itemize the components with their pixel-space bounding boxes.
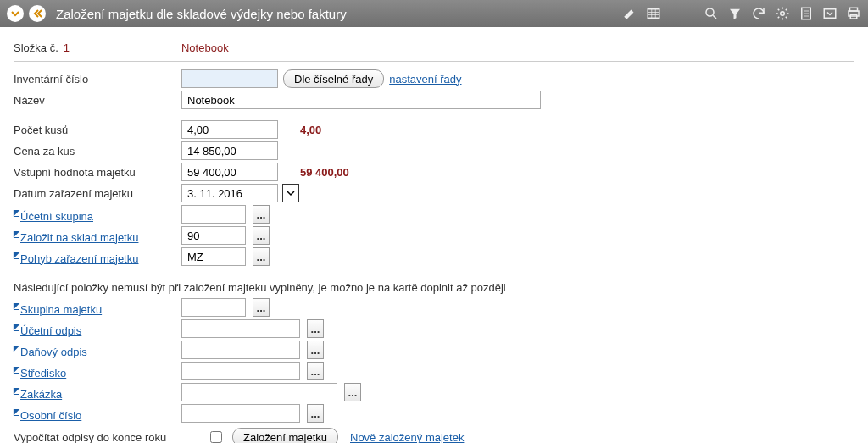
asset-group-link[interactable]: ◤Skupina majetku [14, 303, 102, 316]
create-asset-button[interactable]: Založení majetku [232, 428, 338, 443]
acct-dep-input[interactable] [181, 319, 300, 338]
acct-group-lookup-button[interactable]: ... [253, 205, 270, 224]
acct-dep-link[interactable]: ◤Účetní odpis [14, 324, 81, 337]
title-bar: Založení majetku dle skladové výdejky ne… [0, 0, 868, 27]
folder-row: Složka č. 1 Notebook [14, 37, 854, 58]
calc-label: Vypočítat odpisy do konce roku [14, 431, 210, 444]
stock-link[interactable]: ◤Založit na sklad majetku [14, 231, 138, 244]
qty-input[interactable] [181, 120, 278, 139]
tax-dep-lookup-button[interactable]: ... [307, 341, 324, 359]
person-input[interactable] [181, 404, 300, 423]
calc-checkbox[interactable] [210, 431, 222, 443]
center-input[interactable] [181, 362, 300, 380]
move-link[interactable]: ◤Pohyb zařazení majetku [14, 252, 138, 265]
acct-group-link[interactable]: ◤Účetní skupina [14, 210, 93, 223]
inval-label: Vstupní hodnota majetku [14, 166, 181, 179]
price-label: Cena za kus [14, 145, 181, 158]
back-button[interactable] [29, 5, 46, 22]
svg-rect-0 [648, 9, 659, 19]
header-left: Založení majetku dle skladové výdejky ne… [7, 5, 347, 22]
center-lookup-button[interactable]: ... [307, 362, 324, 380]
note-text: Následující položky nemusí být při založ… [14, 281, 854, 294]
collapse-button[interactable] [7, 5, 24, 22]
inval-annotation: 59 400,00 [300, 166, 349, 179]
svg-rect-4 [824, 9, 836, 19]
form-content: Složka č. 1 Notebook Inventární číslo Dl… [0, 27, 868, 443]
window-title: Založení majetku dle skladové výdejky ne… [56, 7, 347, 21]
svg-point-1 [706, 8, 714, 16]
price-input[interactable] [181, 141, 278, 160]
center-link[interactable]: ◤Středisko [14, 367, 66, 379]
svg-point-2 [781, 12, 785, 16]
tax-dep-input[interactable] [181, 341, 300, 359]
separator [14, 61, 854, 62]
asset-group-input[interactable] [181, 298, 246, 317]
stock-input[interactable] [181, 226, 246, 245]
qty-annotation: 4,00 [300, 124, 321, 136]
new-asset-link[interactable]: Nově založený majetek [350, 431, 464, 444]
asset-group-lookup-button[interactable]: ... [253, 298, 270, 317]
print-icon[interactable] [846, 6, 861, 21]
folder-label: Složka č. [14, 42, 58, 54]
person-lookup-button[interactable]: ... [307, 404, 324, 423]
date-input[interactable] [181, 184, 278, 202]
settings-icon[interactable] [775, 6, 790, 21]
inval-input[interactable] [181, 163, 278, 181]
document-icon[interactable] [798, 6, 814, 21]
order-link[interactable]: ◤Zakázka [14, 388, 62, 401]
move-input[interactable] [181, 247, 246, 266]
move-lookup-button[interactable]: ... [253, 247, 270, 266]
order-lookup-button[interactable]: ... [344, 383, 361, 401]
name-label: Název [14, 94, 181, 107]
person-link[interactable]: ◤Osobní číslo [14, 409, 81, 422]
series-button[interactable]: Dle číselné řady [283, 69, 384, 88]
folder-name: Notebook [181, 42, 229, 54]
folder-number: 1 [64, 42, 70, 54]
search-icon[interactable] [704, 6, 719, 21]
refresh-icon[interactable] [751, 6, 766, 21]
edit-icon[interactable] [622, 6, 637, 21]
filter-icon[interactable] [727, 6, 743, 21]
date-label: Datum zařazení majetku [14, 187, 181, 200]
inventory-input[interactable] [181, 69, 278, 88]
acct-group-input[interactable] [181, 205, 246, 224]
series-settings-link[interactable]: nastavení řady [389, 73, 461, 86]
date-dropdown-button[interactable] [282, 184, 299, 202]
acct-dep-lookup-button[interactable]: ... [307, 319, 324, 338]
qty-label: Počet kusů [14, 124, 181, 136]
inventory-label: Inventární číslo [14, 73, 181, 86]
order-input[interactable] [181, 383, 337, 401]
export-icon[interactable] [822, 6, 837, 21]
tax-dep-link[interactable]: ◤Daňový odpis [14, 346, 87, 358]
grid-icon[interactable] [646, 6, 661, 21]
header-toolbar [622, 0, 861, 27]
stock-lookup-button[interactable]: ... [253, 226, 270, 245]
name-input[interactable] [181, 91, 541, 109]
